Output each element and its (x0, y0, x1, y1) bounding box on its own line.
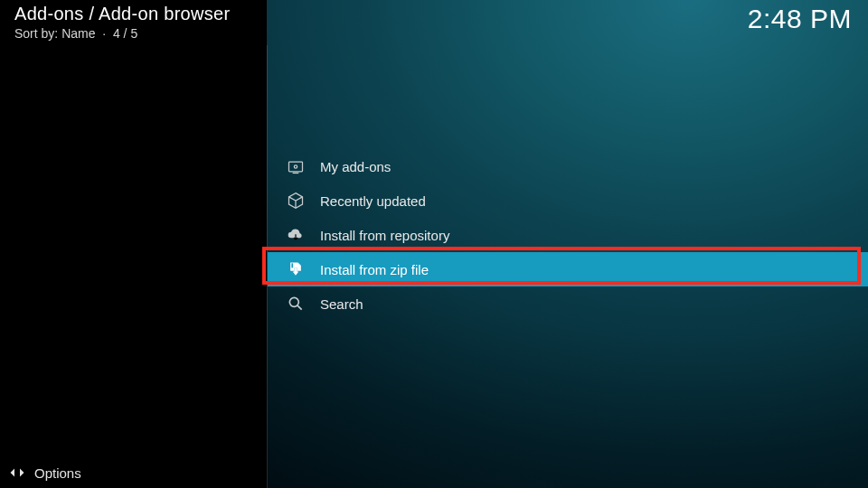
menu-item-my-addons[interactable]: My add-ons (268, 149, 868, 183)
sidebar-divider (267, 45, 268, 488)
clock: 2:48 PM (748, 4, 852, 34)
menu-item-search[interactable]: Search (268, 286, 868, 321)
sort-label: Sort by: Name (14, 26, 95, 41)
position-indicator: 4 / 5 (113, 26, 137, 41)
breadcrumb: Add-ons / Add-on browser (14, 4, 230, 24)
menu-item-label: Install from repository (320, 228, 449, 243)
header: Add-ons / Add-on browser Sort by: Name ·… (14, 4, 230, 41)
svg-rect-7 (289, 162, 303, 172)
options-arrows-icon (9, 465, 25, 481)
svg-rect-9 (291, 263, 293, 267)
footer-options[interactable]: Options (9, 465, 81, 481)
sidebar-panel (0, 0, 267, 488)
menu-item-label: Recently updated (320, 193, 426, 209)
svg-point-8 (294, 165, 297, 168)
search-icon (286, 294, 306, 314)
addons-icon (286, 156, 306, 176)
menu-item-label: My add-ons (320, 159, 391, 174)
menu-item-label: Install from zip file (320, 262, 429, 277)
menu-item-install-zip[interactable]: Install from zip file (268, 252, 868, 286)
footer-options-label: Options (34, 465, 81, 481)
menu-item-recently-updated[interactable]: Recently updated (268, 183, 868, 218)
separator-dot: · (99, 26, 109, 41)
menu-item-label: Search (320, 296, 363, 312)
box-icon (286, 191, 306, 211)
header-subline: Sort by: Name · 4 / 5 (14, 26, 230, 41)
menu-item-install-repository[interactable]: Install from repository (268, 218, 868, 252)
menu-list: My add-ons Recently updated Install from… (268, 149, 868, 321)
svg-point-10 (289, 297, 298, 306)
cloud-download-icon (286, 225, 306, 245)
zip-download-icon (286, 259, 306, 279)
